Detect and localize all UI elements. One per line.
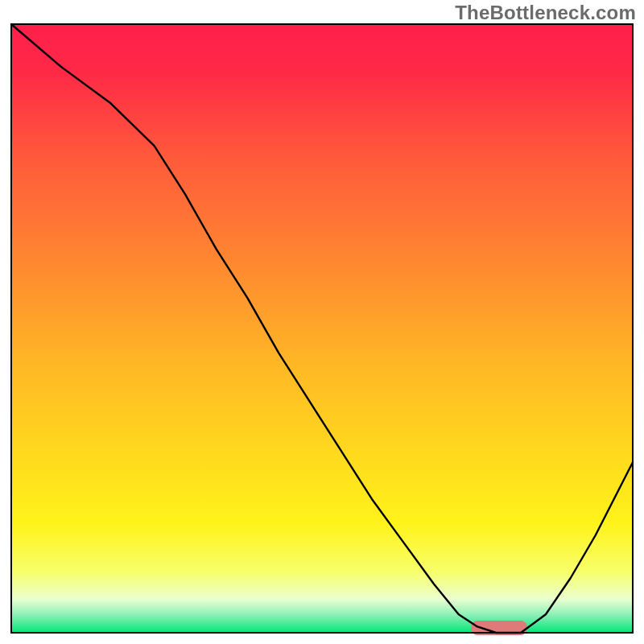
plot-background (11, 24, 633, 633)
bottleneck-chart: TheBottleneck.com (0, 0, 644, 644)
watermark-text: TheBottleneck.com (455, 2, 636, 24)
chart-svg (0, 0, 644, 644)
